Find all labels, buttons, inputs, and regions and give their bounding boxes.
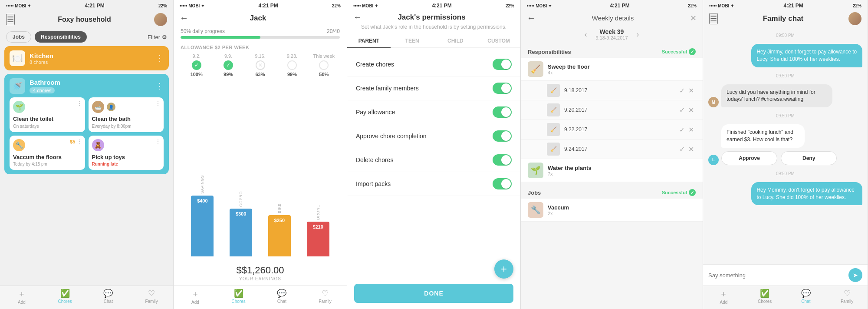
deny-icon[interactable]: ✕ [688, 126, 694, 134]
status-bar-5: ••••• MOBI ✦ 4:21 PM 22% [703, 0, 868, 10]
deny-icon[interactable]: ✕ [688, 86, 694, 95]
chore-more-icon[interactable]: ⋮ [155, 138, 161, 145]
avatar[interactable] [154, 13, 167, 26]
perm-toggle-import-packs[interactable] [493, 178, 512, 189]
jobs-status: Successful ✓ [662, 189, 696, 196]
week-next-button[interactable]: › [637, 30, 639, 39]
deny-icon[interactable]: ✕ [688, 145, 694, 153]
progress-section: 50% daily progress 20/40 [174, 26, 347, 43]
nav-add-5[interactable]: ＋ Add [703, 289, 744, 305]
nav-family-5[interactable]: ♡ Family [826, 289, 868, 305]
chart-label: DRONE [316, 205, 320, 220]
week-date: 9.9. [224, 53, 232, 59]
sweep-name: Sweep the floor [548, 63, 691, 70]
week-date: 9.23. [287, 53, 297, 59]
done-button[interactable]: DONE [354, 284, 513, 303]
filter-button[interactable]: Filter ⚙ [148, 31, 167, 43]
perm-toggle-delete-chores[interactable] [493, 154, 512, 166]
nav-chores-5[interactable]: ✅ Chores [744, 289, 786, 305]
perm-toggle-create-family[interactable] [493, 83, 512, 94]
chore-name: Clean the toilet [13, 116, 82, 123]
chore-more-icon[interactable]: ⋮ [155, 100, 161, 107]
approve-button[interactable]: Approve [721, 151, 777, 165]
perm-toggle-approve-chore[interactable] [493, 130, 512, 142]
chore-more-icon[interactable]: ⋮ [76, 138, 82, 145]
perm-name: Delete chores [356, 156, 493, 163]
nav-chat-5[interactable]: 💬 Chat [786, 289, 827, 305]
bottom-nav-5: ＋ Add ✅ Chores 💬 Chat ♡ Family [703, 286, 868, 309]
perm-tab-parent[interactable]: PARENT [347, 34, 391, 48]
deny-icon[interactable]: ✕ [688, 106, 694, 114]
send-button[interactable]: ➤ [848, 268, 862, 282]
tab-responsibilities[interactable]: Responsibilities [35, 31, 87, 43]
week-col-3: 9.16. ✕ 63% [244, 53, 276, 77]
approve-icon[interactable]: ✓ [679, 126, 685, 134]
bathroom-section[interactable]: 🚿 Bathroom 4 chores ⋮ ⋮ 🌱 Clean the toil… [4, 74, 169, 174]
perm-toggle-pay-allowance[interactable] [493, 106, 512, 118]
nav-family[interactable]: ♡ Family [130, 289, 173, 305]
approve-icon[interactable]: ✓ [679, 86, 685, 95]
progress-bar-bg [181, 36, 340, 39]
chore-more-icon[interactable]: ⋮ [76, 100, 82, 107]
panel-jack: ••••• MOBI ✦ 4:21 PM 22% ← Jack 50% dail… [174, 0, 347, 309]
perm-tab-custom[interactable]: CUSTOM [477, 34, 520, 48]
jack-title: Jack [250, 14, 266, 23]
nav-chores[interactable]: ✅ Chores [43, 289, 87, 305]
close-button[interactable]: ✕ [690, 13, 697, 23]
nav-chat[interactable]: 💬 Chat [87, 289, 130, 305]
menu-button[interactable]: ☰ [6, 14, 15, 25]
perm-tab-child[interactable]: CHILD [434, 34, 477, 48]
add-permission-button[interactable]: + [494, 259, 513, 279]
chart-bar-value: $210 [312, 224, 323, 229]
chart-bar: $210 [307, 222, 329, 256]
water-count: 7x [548, 171, 691, 176]
chat-avatar[interactable] [848, 12, 861, 25]
sub-date: 9.22.2017 [564, 126, 677, 133]
nav-family-2[interactable]: ♡ Family [303, 289, 347, 305]
vacuum-count: 2x [548, 211, 691, 216]
panel-permissions: ••••• MOBI ✦ 4:21 PM 22% ← Jack's permis… [347, 0, 521, 309]
bottom-nav-2: ＋ Add ✅ Chores 💬 Chat ♡ Family [174, 286, 347, 309]
week-col-2: 9.9. ✓ 99% [212, 53, 244, 77]
kitchen-more-icon[interactable]: ⋮ [156, 53, 164, 63]
chore-card-bath[interactable]: ⋮ 🛁 👤 Clean the bath Everyday by 8:00pm [89, 97, 164, 132]
kitchen-section[interactable]: 🍽️ Kitchen 8 chores ⋮ [4, 46, 169, 70]
chore-card-pickup[interactable]: ⋮ 🧸 Pick up toys Running late [89, 136, 164, 170]
weeks-row: 9.2. ✓ 100% 9.9. ✓ 99% 9.16. ✕ 63% 9.23.… [174, 53, 347, 77]
back-button-4[interactable]: ← [527, 13, 536, 23]
chart-bar: $300 [230, 209, 252, 256]
week-prev-button[interactable]: ‹ [584, 30, 587, 39]
panel-weekly: ••••• MOBI ✦ 4:21 PM 22% ← Weekly detail… [521, 0, 703, 309]
chore-price: $5 [70, 139, 75, 144]
approve-icon[interactable]: ✓ [679, 106, 685, 114]
nav-chat-2[interactable]: 💬 Chat [260, 289, 304, 305]
perm-toggle-create-chores[interactable] [493, 59, 512, 70]
carrier-4: ••••• MOBI ✦ [527, 3, 552, 8]
chat-menu-button[interactable]: ☰ [709, 13, 718, 24]
chore-card-toilet[interactable]: ⋮ 🌱 Clean the toilet On saturdays [10, 97, 85, 132]
chore-card-vacuum[interactable]: ⋮ $5 🔧 Vaccum the floors Today by 4:15 p… [10, 136, 85, 170]
chat-bubble: Hey Jimmy, don't forget to pay allowance… [751, 44, 862, 67]
tab-jobs[interactable]: Jobs [6, 31, 31, 43]
battery-2: 22% [332, 3, 341, 8]
back-button[interactable]: ← [180, 13, 188, 23]
nav-chores-2[interactable]: ✅ Chores [217, 289, 260, 305]
sub-date: 9.18.2017 [564, 87, 677, 93]
sub-item-1: 🧹 9.18.2017 ✓ ✕ [521, 81, 703, 100]
chart-bar-value: $400 [197, 198, 207, 203]
chart-col-savings: SAVINGS $400 [184, 175, 221, 256]
perm-tab-teen[interactable]: TEEN [391, 34, 434, 48]
deny-button[interactable]: Deny [781, 151, 837, 165]
bathroom-more-icon[interactable]: ⋮ [156, 81, 164, 91]
nav-add-2[interactable]: ＋ Add [174, 289, 217, 305]
chat-input[interactable] [708, 272, 845, 279]
responsibilities-label: Responsibilities [528, 49, 571, 55]
sub-item-4: 🧹 9.24.2017 ✓ ✕ [521, 140, 703, 159]
sub-item-3: 🧹 9.22.2017 ✓ ✕ [521, 120, 703, 140]
chat-input-row: ➤ [703, 264, 868, 286]
week-col-5: This week 50% [308, 53, 340, 77]
back-button-3[interactable]: ← [353, 12, 362, 22]
jobs-header: Jobs Successful ✓ [521, 186, 703, 199]
approve-icon[interactable]: ✓ [679, 145, 685, 153]
nav-add[interactable]: ＋ Add [0, 289, 43, 305]
